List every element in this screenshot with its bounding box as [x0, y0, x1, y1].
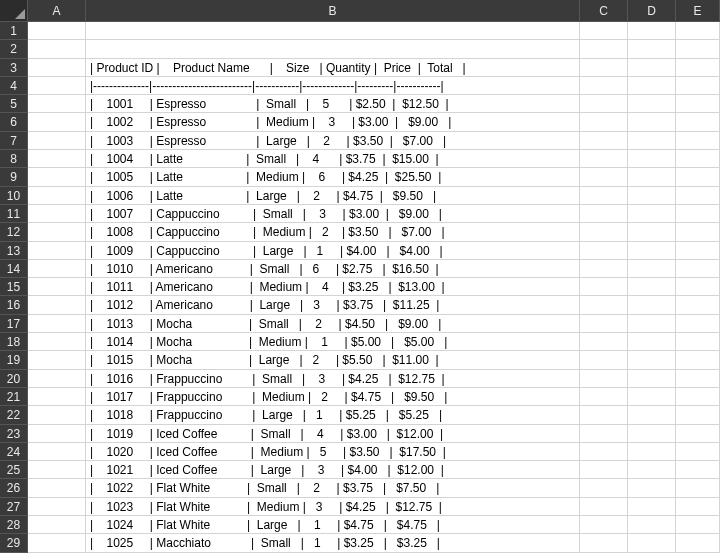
cell-E20[interactable]	[676, 370, 720, 388]
cell-D25[interactable]	[628, 461, 676, 479]
cell-B4[interactable]: |--------------|------------------------…	[86, 77, 580, 95]
cell-A2[interactable]	[28, 40, 86, 58]
cell-D29[interactable]	[628, 534, 676, 552]
cell-D3[interactable]	[628, 59, 676, 77]
cell-B8[interactable]: | 1004 | Latte | Small | 4 | $3.75 | $15…	[86, 150, 580, 168]
cell-E15[interactable]	[676, 278, 720, 296]
cell-B27[interactable]: | 1023 | Flat White | Medium | 3 | $4.25…	[86, 498, 580, 516]
cell-B17[interactable]: | 1013 | Mocha | Small | 2 | $4.50 | $9.…	[86, 315, 580, 333]
cell-D2[interactable]	[628, 40, 676, 58]
cell-B3[interactable]: | Product ID | Product Name | Size | Qua…	[86, 59, 580, 77]
cell-C9[interactable]	[580, 168, 628, 186]
cell-A1[interactable]	[28, 22, 86, 40]
cell-D27[interactable]	[628, 498, 676, 516]
row-header-26[interactable]: 26	[0, 479, 28, 497]
row-header-21[interactable]: 21	[0, 388, 28, 406]
cell-B9[interactable]: | 1005 | Latte | Medium | 6 | $4.25 | $2…	[86, 168, 580, 186]
cell-C23[interactable]	[580, 425, 628, 443]
cell-E3[interactable]	[676, 59, 720, 77]
cell-C13[interactable]	[580, 242, 628, 260]
row-header-25[interactable]: 25	[0, 461, 28, 479]
cell-B14[interactable]: | 1010 | Americano | Small | 6 | $2.75 |…	[86, 260, 580, 278]
row-header-19[interactable]: 19	[0, 351, 28, 369]
column-header-C[interactable]: C	[580, 0, 628, 22]
cell-C1[interactable]	[580, 22, 628, 40]
cell-D8[interactable]	[628, 150, 676, 168]
cell-C12[interactable]	[580, 223, 628, 241]
cell-C19[interactable]	[580, 351, 628, 369]
row-header-22[interactable]: 22	[0, 406, 28, 424]
cell-C26[interactable]	[580, 479, 628, 497]
cell-A27[interactable]	[28, 498, 86, 516]
row-header-14[interactable]: 14	[0, 260, 28, 278]
cell-D28[interactable]	[628, 516, 676, 534]
cell-E21[interactable]	[676, 388, 720, 406]
cell-A22[interactable]	[28, 406, 86, 424]
row-header-8[interactable]: 8	[0, 150, 28, 168]
cell-B7[interactable]: | 1003 | Espresso | Large | 2 | $3.50 | …	[86, 132, 580, 150]
cell-C6[interactable]	[580, 113, 628, 131]
cell-D17[interactable]	[628, 315, 676, 333]
cell-A7[interactable]	[28, 132, 86, 150]
row-header-6[interactable]: 6	[0, 113, 28, 131]
cell-D10[interactable]	[628, 187, 676, 205]
cell-B26[interactable]: | 1022 | Flat White | Small | 2 | $3.75 …	[86, 479, 580, 497]
cell-A3[interactable]	[28, 59, 86, 77]
cell-A20[interactable]	[28, 370, 86, 388]
cell-B29[interactable]: | 1025 | Macchiato | Small | 1 | $3.25 |…	[86, 534, 580, 552]
cell-B6[interactable]: | 1002 | Espresso | Medium | 3 | $3.00 |…	[86, 113, 580, 131]
cell-D22[interactable]	[628, 406, 676, 424]
cell-D18[interactable]	[628, 333, 676, 351]
cell-A4[interactable]	[28, 77, 86, 95]
row-header-10[interactable]: 10	[0, 187, 28, 205]
cell-E23[interactable]	[676, 425, 720, 443]
cell-A16[interactable]	[28, 296, 86, 314]
cell-D15[interactable]	[628, 278, 676, 296]
row-header-28[interactable]: 28	[0, 516, 28, 534]
cell-D12[interactable]	[628, 223, 676, 241]
cell-D9[interactable]	[628, 168, 676, 186]
cell-B20[interactable]: | 1016 | Frappuccino | Small | 3 | $4.25…	[86, 370, 580, 388]
cell-A17[interactable]	[28, 315, 86, 333]
cell-C20[interactable]	[580, 370, 628, 388]
cell-B15[interactable]: | 1011 | Americano | Medium | 4 | $3.25 …	[86, 278, 580, 296]
cell-C18[interactable]	[580, 333, 628, 351]
cell-A19[interactable]	[28, 351, 86, 369]
cell-B1[interactable]	[86, 22, 580, 40]
cell-A10[interactable]	[28, 187, 86, 205]
cell-C15[interactable]	[580, 278, 628, 296]
cell-D19[interactable]	[628, 351, 676, 369]
cell-E12[interactable]	[676, 223, 720, 241]
cell-E4[interactable]	[676, 77, 720, 95]
cell-C17[interactable]	[580, 315, 628, 333]
cell-E6[interactable]	[676, 113, 720, 131]
row-header-17[interactable]: 17	[0, 315, 28, 333]
cell-A21[interactable]	[28, 388, 86, 406]
row-header-4[interactable]: 4	[0, 77, 28, 95]
cell-A11[interactable]	[28, 205, 86, 223]
cell-E14[interactable]	[676, 260, 720, 278]
cell-C11[interactable]	[580, 205, 628, 223]
cell-A26[interactable]	[28, 479, 86, 497]
cell-C2[interactable]	[580, 40, 628, 58]
cell-D1[interactable]	[628, 22, 676, 40]
cell-C4[interactable]	[580, 77, 628, 95]
cell-A12[interactable]	[28, 223, 86, 241]
cell-E11[interactable]	[676, 205, 720, 223]
cell-C29[interactable]	[580, 534, 628, 552]
row-header-29[interactable]: 29	[0, 534, 28, 552]
cell-B28[interactable]: | 1024 | Flat White | Large | 1 | $4.75 …	[86, 516, 580, 534]
cell-D26[interactable]	[628, 479, 676, 497]
cell-D20[interactable]	[628, 370, 676, 388]
cell-C14[interactable]	[580, 260, 628, 278]
cell-E24[interactable]	[676, 443, 720, 461]
cell-C21[interactable]	[580, 388, 628, 406]
row-header-11[interactable]: 11	[0, 205, 28, 223]
cell-C3[interactable]	[580, 59, 628, 77]
cell-E17[interactable]	[676, 315, 720, 333]
cell-D14[interactable]	[628, 260, 676, 278]
cell-C8[interactable]	[580, 150, 628, 168]
cell-E10[interactable]	[676, 187, 720, 205]
row-header-18[interactable]: 18	[0, 333, 28, 351]
column-header-A[interactable]: A	[28, 0, 86, 22]
